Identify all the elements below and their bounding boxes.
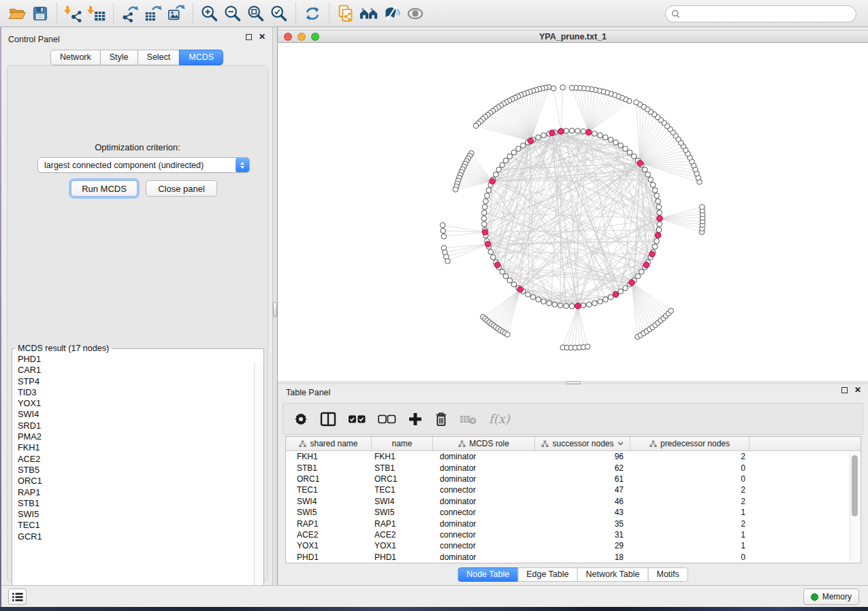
network-node[interactable] [491,254,496,260]
export-network-icon[interactable] [118,2,142,25]
network-node[interactable] [642,167,647,173]
network-node[interactable] [645,172,651,178]
network-node[interactable] [445,259,451,264]
network-node[interactable] [569,128,575,133]
table-row[interactable]: SWI5SWI5connector431 [286,507,861,518]
cell[interactable]: PHD1 [372,552,433,563]
network-node[interactable] [652,244,658,250]
tab-node-table[interactable]: Node Table [457,567,518,582]
network-node[interactable] [511,282,517,287]
cell[interactable]: YOX1 [286,540,372,551]
mcds-result-item[interactable]: YOX1 [12,398,263,409]
scrollbar-thumb[interactable] [852,455,858,516]
cell[interactable]: 18 [535,552,630,563]
export-image-icon[interactable] [165,2,188,25]
network-node[interactable] [503,158,509,163]
network-node[interactable] [613,139,619,145]
network-node[interactable] [507,278,513,283]
network-node[interactable] [656,204,662,210]
network-node[interactable] [485,193,490,199]
network-node[interactable] [440,228,446,233]
network-node[interactable] [586,302,592,308]
zoom-out-icon[interactable] [221,2,244,25]
cell[interactable]: 1 [630,529,750,540]
close-panel-icon[interactable]: ✕ [854,387,861,393]
mcds-result-item[interactable]: CAR1 [12,365,263,376]
network-node-dominator[interactable] [558,129,564,135]
mcds-result-item[interactable]: STB5 [12,465,263,476]
network-node[interactable] [575,128,581,133]
mcds-result-item[interactable]: TID3 [12,387,263,398]
network-node[interactable] [511,150,517,155]
cell[interactable]: PHD1 [286,552,372,563]
add-column-icon[interactable] [408,409,423,429]
apply-layout-icon[interactable] [301,2,324,25]
network-node[interactable] [560,85,566,90]
network-node[interactable] [481,216,487,221]
table-row[interactable]: YOX1YOX1connector291 [286,540,861,551]
column-header-MCDS-role[interactable]: MCDS role [433,437,535,450]
table-row[interactable]: RAP1RAP1dominator352 [286,518,861,529]
network-node[interactable] [635,274,641,279]
network-node[interactable] [473,123,479,129]
delete-column-trash-icon[interactable] [434,409,448,429]
export-table-icon[interactable] [142,2,165,25]
deselect-all-icon[interactable] [378,409,396,429]
network-node[interactable] [496,167,502,173]
cell[interactable]: 96 [535,451,630,462]
run-mcds-button[interactable]: Run MCDS [71,180,138,197]
table-row[interactable]: FKH1FKH1dominator962 [286,451,861,462]
network-node[interactable] [547,301,552,306]
network-node[interactable] [488,250,494,255]
network-node-dominator[interactable] [629,280,635,286]
network-node[interactable] [453,187,458,193]
cell[interactable]: dominator [433,496,535,507]
network-node[interactable] [654,239,660,244]
network-node[interactable] [564,303,569,309]
tab-network[interactable]: Network [50,50,101,65]
network-node[interactable] [516,146,521,152]
cell[interactable]: SWI5 [286,507,372,518]
network-node[interactable] [585,344,590,350]
cell[interactable]: FKH1 [372,451,433,462]
tab-network-table[interactable]: Network Table [577,567,649,582]
network-node[interactable] [493,172,498,178]
network-node[interactable] [650,182,656,188]
network-node[interactable] [581,303,586,308]
network-node-dominator[interactable] [549,130,556,136]
cell[interactable]: SWI4 [286,496,372,507]
network-node[interactable] [486,188,492,193]
search-field[interactable] [665,5,856,22]
optimization-dropdown[interactable]: largest connected component (undirected) [37,157,250,173]
mcds-result-item[interactable]: STB1 [12,498,263,509]
cell[interactable]: dominator [433,474,535,484]
network-node[interactable] [627,150,632,155]
network-window-titlebar[interactable]: YPA_prune.txt_1 [278,30,868,43]
network-node[interactable] [648,177,654,182]
network-node[interactable] [552,302,558,308]
zoom-selected-icon[interactable] [268,2,291,25]
cell[interactable]: TEC1 [286,484,372,495]
clone-network-icon[interactable] [334,2,357,25]
table-row[interactable]: ACE2ACE2connector311 [286,529,861,540]
cell[interactable]: 1 [630,540,750,551]
tab-mcds[interactable]: MCDS [179,50,223,65]
cell[interactable]: 0 [630,552,750,563]
cell[interactable]: 61 [535,474,630,484]
cell[interactable]: 2 [630,484,750,495]
network-node[interactable] [482,204,487,210]
cell[interactable]: connector [433,484,535,495]
network-node[interactable] [603,135,609,140]
mcds-result-item[interactable]: FKH1 [12,442,263,453]
network-node[interactable] [526,292,531,297]
network-node[interactable] [639,269,645,275]
cell[interactable]: YOX1 [372,540,433,551]
cell[interactable]: 47 [535,484,630,495]
tab-style[interactable]: Style [100,50,138,65]
network-node[interactable] [618,288,624,294]
network-node-dominator[interactable] [482,229,488,235]
column-header-successor-nodes[interactable]: successor nodes [535,437,630,450]
table-scrollbar[interactable] [850,453,859,563]
search-input[interactable] [684,10,850,19]
open-session-icon[interactable] [5,2,29,25]
